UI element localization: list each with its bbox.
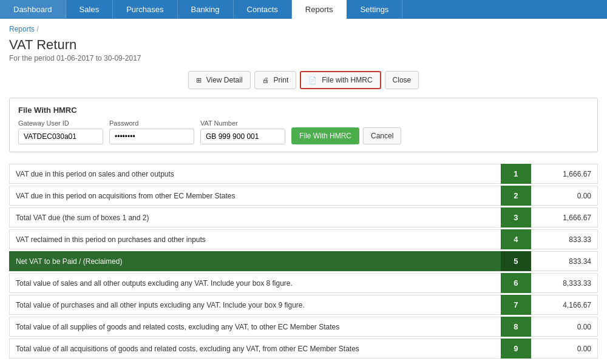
vat-row: Total VAT due (the sum of boxes 1 and 2)… <box>9 207 598 228</box>
toolbar: View Detail Print File with HMRC Close <box>9 71 598 89</box>
close-button[interactable]: Close <box>385 71 419 89</box>
vat-amount-6: 8,333.33 <box>531 273 598 293</box>
cancel-button[interactable]: Cancel <box>363 127 401 144</box>
vat-desc-9: Total value of all acquisitions of goods… <box>9 339 501 359</box>
vat-table: VAT due in this period on sales and othe… <box>9 162 598 360</box>
page-content: Reports / VAT Return For the period 01-0… <box>0 19 607 364</box>
vat-desc-1: VAT due in this period on sales and othe… <box>9 164 501 184</box>
print-button[interactable]: Print <box>254 71 297 89</box>
gateway-user-id-group: Gateway User ID <box>18 120 103 144</box>
vat-box-9: 9 <box>501 339 531 359</box>
vat-row: Total value of sales and all other outpu… <box>9 273 598 293</box>
vat-desc-8: Total value of all supplies of goods and… <box>9 317 501 337</box>
vat-desc-5: Net VAT to be Paid / (Reclaimed) <box>9 251 501 271</box>
page-subtitle: For the period 01-06-2017 to 30-09-2017 <box>9 54 598 62</box>
file-with-hmrc-button[interactable]: File with HMRC <box>300 71 381 89</box>
vat-amount-8: 0.00 <box>531 317 598 337</box>
hmrc-form: Gateway User ID Password VAT Number File… <box>18 120 589 144</box>
vat-number-group: VAT Number <box>200 120 285 144</box>
gateway-user-id-label: Gateway User ID <box>18 120 103 127</box>
vat-amount-1: 1,666.67 <box>531 164 598 184</box>
breadcrumb-separator: / <box>36 25 38 33</box>
vat-amount-3: 1,666.67 <box>531 207 598 228</box>
vat-number-input[interactable] <box>200 129 285 144</box>
submit-hmrc-button[interactable]: File With HMRC <box>291 127 359 144</box>
vat-row: Total value of purchases and all other i… <box>9 295 598 315</box>
vat-box-7: 7 <box>501 295 531 315</box>
vat-box-2: 2 <box>501 186 531 206</box>
print-icon <box>262 76 271 84</box>
vat-amount-4: 833.33 <box>531 229 598 249</box>
nav-item-banking[interactable]: Banking <box>178 0 234 19</box>
password-input[interactable] <box>109 129 194 144</box>
nav-item-dashboard[interactable]: Dashboard <box>0 0 66 19</box>
vat-amount-7: 4,166.67 <box>531 295 598 315</box>
vat-row: VAT reclaimed in this period on purchase… <box>9 229 598 249</box>
vat-row: Net VAT to be Paid / (Reclaimed) 5 833.3… <box>9 251 598 271</box>
vat-box-4: 4 <box>501 229 531 249</box>
gateway-user-id-input[interactable] <box>18 129 103 144</box>
nav-item-contacts[interactable]: Contacts <box>234 0 292 19</box>
nav-item-settings[interactable]: Settings <box>347 0 402 19</box>
vat-row: VAT due in this period on sales and othe… <box>9 164 598 184</box>
hmrc-panel: File With HMRC Gateway User ID Password … <box>9 98 598 152</box>
vat-number-label: VAT Number <box>200 120 285 127</box>
page-title: VAT Return <box>9 37 598 53</box>
vat-desc-7: Total value of purchases and all other i… <box>9 295 501 315</box>
hmrc-panel-title: File With HMRC <box>18 106 589 115</box>
vat-amount-5: 833.34 <box>531 251 598 271</box>
vat-desc-6: Total value of sales and all other outpu… <box>9 273 501 293</box>
breadcrumb: Reports / <box>9 25 598 33</box>
vat-box-1: 1 <box>501 164 531 184</box>
table-icon <box>196 76 203 84</box>
top-navigation: DashboardSalesPurchasesBankingContactsRe… <box>0 0 607 19</box>
view-detail-button[interactable]: View Detail <box>188 71 251 89</box>
vat-row: VAT due in this period on acquisitions f… <box>9 186 598 206</box>
file-icon <box>308 76 319 84</box>
vat-row: Total value of all acquisitions of goods… <box>9 339 598 359</box>
vat-desc-2: VAT due in this period on acquisitions f… <box>9 186 501 206</box>
nav-item-sales[interactable]: Sales <box>66 0 114 19</box>
nav-item-purchases[interactable]: Purchases <box>113 0 177 19</box>
vat-amount-9: 0.00 <box>531 339 598 359</box>
breadcrumb-reports-link[interactable]: Reports <box>9 25 35 33</box>
password-group: Password <box>109 120 194 144</box>
vat-box-6: 6 <box>501 273 531 293</box>
password-label: Password <box>109 120 194 127</box>
vat-amount-2: 0.00 <box>531 186 598 206</box>
vat-box-5: 5 <box>501 251 531 271</box>
hmrc-form-buttons: File With HMRC Cancel <box>291 127 401 144</box>
vat-box-3: 3 <box>501 207 531 228</box>
vat-desc-3: Total VAT due (the sum of boxes 1 and 2) <box>9 207 501 228</box>
vat-desc-4: VAT reclaimed in this period on purchase… <box>9 229 501 249</box>
nav-item-reports[interactable]: Reports <box>292 0 347 19</box>
vat-box-8: 8 <box>501 317 531 337</box>
vat-row: Total value of all supplies of goods and… <box>9 317 598 337</box>
